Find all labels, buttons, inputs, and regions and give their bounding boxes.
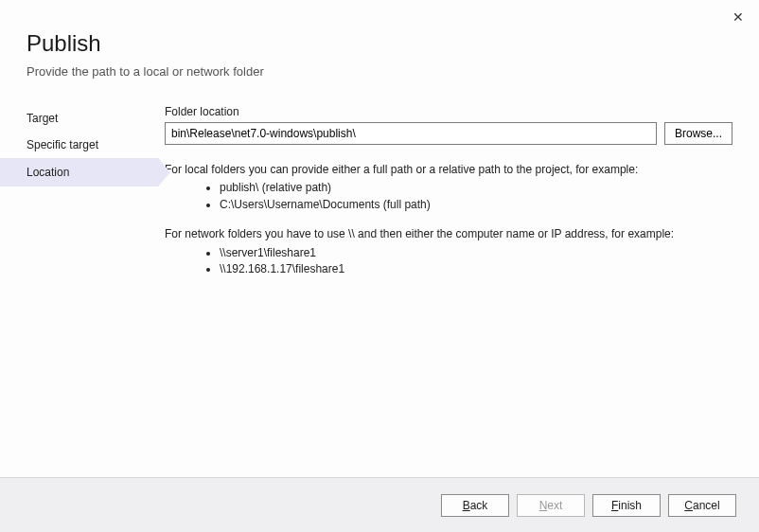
cancel-button[interactable]: Cancel bbox=[668, 494, 736, 517]
folder-location-label: Folder location bbox=[165, 105, 733, 118]
finish-button[interactable]: Finish bbox=[592, 494, 661, 517]
back-button[interactable]: Back bbox=[441, 494, 509, 517]
nav-item-target[interactable]: Target bbox=[0, 105, 159, 132]
wizard-nav: Target Specific target Location bbox=[0, 105, 159, 291]
list-item: \\192.168.1.17\fileshare1 bbox=[220, 261, 733, 277]
list-item: C:\Users\Username\Documents (full path) bbox=[220, 197, 733, 213]
wizard-content: Folder location Browse... For local fold… bbox=[159, 105, 759, 291]
close-button[interactable]: ✕ bbox=[727, 6, 750, 28]
list-item: \\server1\fileshare1 bbox=[220, 245, 733, 261]
folder-location-input[interactable] bbox=[165, 122, 657, 145]
next-button: Next bbox=[517, 494, 585, 517]
help-local-intro: For local folders you can provide either… bbox=[165, 162, 733, 178]
close-icon: ✕ bbox=[733, 9, 744, 25]
help-text: For local folders you can provide either… bbox=[165, 162, 733, 277]
help-network-examples: \\server1\fileshare1 \\192.168.1.17\file… bbox=[165, 245, 733, 278]
help-local-examples: publish\ (relative path) C:\Users\Userna… bbox=[165, 180, 733, 213]
dialog-header: Publish Provide the path to a local or n… bbox=[0, 0, 759, 79]
nav-item-location[interactable]: Location bbox=[0, 158, 159, 186]
list-item: publish\ (relative path) bbox=[220, 180, 733, 196]
help-network-intro: For network folders you have to use \\ a… bbox=[165, 226, 733, 242]
page-subtitle: Provide the path to a local or network f… bbox=[26, 64, 759, 79]
dialog-footer: Back Next Finish Cancel bbox=[0, 477, 759, 532]
browse-button[interactable]: Browse... bbox=[664, 122, 733, 145]
nav-item-specific-target[interactable]: Specific target bbox=[0, 132, 159, 158]
page-title: Publish bbox=[26, 30, 759, 57]
